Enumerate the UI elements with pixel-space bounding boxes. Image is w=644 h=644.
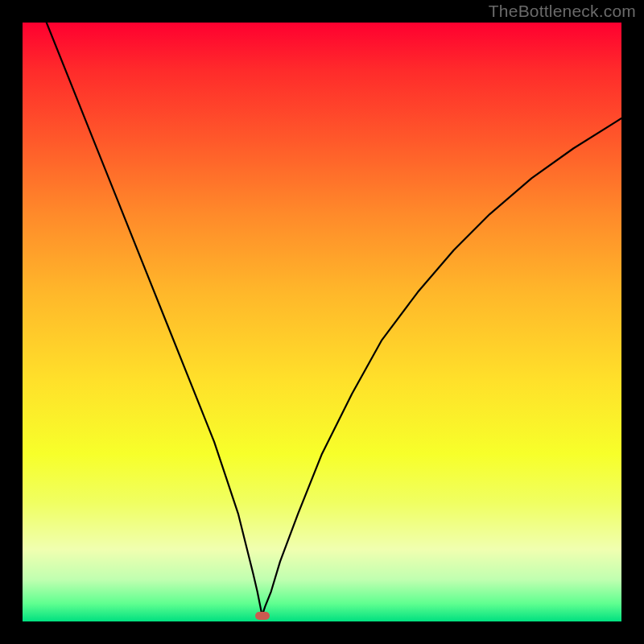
- gradient-plot-area: [23, 23, 621, 621]
- chart-frame: TheBottleneck.com: [0, 0, 644, 644]
- watermark-text: TheBottleneck.com: [489, 2, 636, 21]
- optimal-point-marker: [255, 612, 270, 620]
